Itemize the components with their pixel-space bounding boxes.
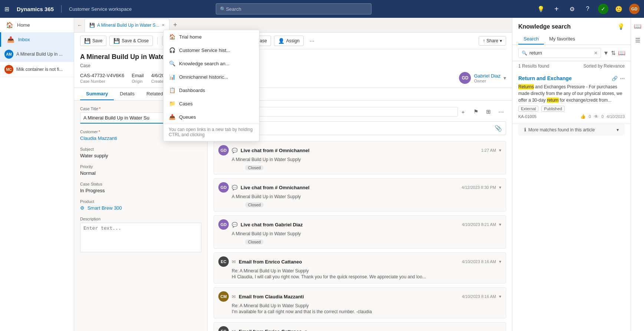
dropdown-item-dashboards-label: Dashboards — [179, 88, 205, 93]
dropdown-item-queues-label: Queues — [179, 114, 196, 120]
dropdown-menu: 🏠 Trial home 🎧 Customer Service hist... … — [163, 30, 260, 141]
knowledge-search-menu-icon: 🔍 — [169, 60, 175, 67]
dropdown-item-cases[interactable]: 📁 Cases — [164, 97, 259, 110]
dropdown-item-knowledge-search[interactable]: 🔍 Knowledge search an... — [164, 57, 259, 70]
dropdown-item-dashboards[interactable]: 📋 Dashboards — [164, 83, 259, 97]
trial-home-icon: 🏠 — [169, 33, 175, 40]
dashboards-icon: 📋 — [169, 87, 175, 94]
dropdown-item-knowledge-search-label: Knowledge search an... — [179, 61, 229, 66]
omnichannel-icon: 📊 — [169, 73, 175, 80]
dropdown-item-cases-label: Cases — [179, 101, 193, 106]
dropdown-item-trial-home-label: Trial home — [179, 34, 202, 40]
cases-icon: 📁 — [169, 100, 175, 107]
dropdown-item-customer-service-label: Customer Service hist... — [179, 47, 230, 53]
dropdown-item-omnichannel-label: Omnichannel historic... — [179, 74, 228, 80]
dropdown-item-queues[interactable]: 📥 Queues — [164, 110, 259, 124]
customer-service-icon: 🎧 — [169, 47, 175, 53]
queues-icon: 📥 — [169, 114, 175, 120]
dropdown-item-trial-home[interactable]: 🏠 Trial home — [164, 30, 259, 43]
dropdown-overlay[interactable] — [0, 0, 644, 331]
dropdown-item-customer-service[interactable]: 🎧 Customer Service hist... — [164, 43, 259, 57]
dropdown-item-omnichannel[interactable]: 📊 Omnichannel historic... — [164, 70, 259, 83]
dropdown-hint: You can open links in a new tab by holdi… — [164, 124, 259, 141]
